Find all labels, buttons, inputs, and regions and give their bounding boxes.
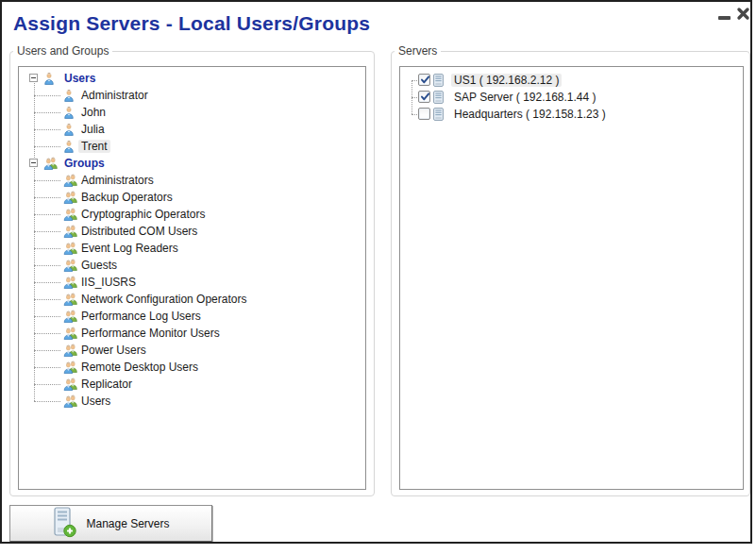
tree-branch-line xyxy=(34,367,60,368)
group-icon xyxy=(62,344,78,357)
users-groups-listbox[interactable]: UsersAdministratorJohnJuliaTrentGroupsAd… xyxy=(18,66,366,490)
tree-branch-line xyxy=(34,299,60,300)
add-server-icon xyxy=(52,507,76,541)
user-icon xyxy=(62,123,78,136)
tree-item-label[interactable]: Backup Operators xyxy=(78,191,176,204)
user-icon xyxy=(42,72,59,85)
server-icon xyxy=(433,74,449,87)
tree-item-performance-log-users[interactable]: Performance Log Users xyxy=(19,308,365,325)
server-item-label[interactable]: US1 ( 192.168.2.12 ) xyxy=(451,74,562,87)
tree-branch-line xyxy=(34,248,60,249)
manage-servers-button[interactable]: Manage Servers xyxy=(9,505,212,543)
tree-item-label[interactable]: Event Log Readers xyxy=(78,242,181,255)
server-icon xyxy=(433,108,449,121)
tree-item-label[interactable]: Power Users xyxy=(78,344,149,357)
tree-branch-line xyxy=(34,112,60,113)
tree-item-label[interactable]: Distributed COM Users xyxy=(78,225,200,238)
servers-listbox[interactable]: US1 ( 192.168.2.12 )SAP Server ( 192.168… xyxy=(399,66,744,490)
server-item-label[interactable]: SAP Server ( 192.168.1.44 ) xyxy=(451,91,599,104)
tree-item-label[interactable]: John xyxy=(78,106,109,119)
tree-branch-line xyxy=(34,231,60,232)
page-title: Assign Servers - Local Users/Groups xyxy=(13,12,370,35)
tree-item-backup-operators[interactable]: Backup Operators xyxy=(19,189,365,206)
tree-item-label[interactable]: Julia xyxy=(78,123,108,136)
server-checkbox[interactable] xyxy=(418,108,430,120)
user-icon xyxy=(62,106,78,119)
users-groups-tree: UsersAdministratorJohnJuliaTrentGroupsAd… xyxy=(19,67,365,489)
tree-item-label[interactable]: Guests xyxy=(78,259,120,272)
group-icon xyxy=(62,293,78,306)
server-item-sap-server[interactable]: SAP Server ( 192.168.1.44 ) xyxy=(400,89,743,106)
tree-item-administrator[interactable]: Administrator xyxy=(19,87,365,104)
tree-branch-line xyxy=(34,146,60,147)
tree-item-label[interactable]: Trent xyxy=(78,140,110,153)
tree-item-label[interactable]: Remote Desktop Users xyxy=(78,361,201,374)
server-item-us1[interactable]: US1 ( 192.168.2.12 ) xyxy=(400,72,743,89)
tree-branch-line xyxy=(34,282,60,283)
group-icon xyxy=(62,242,78,255)
tree-item-john[interactable]: John xyxy=(19,104,365,121)
server-checkbox[interactable] xyxy=(418,74,430,86)
tree-item-label[interactable]: Network Configuration Operators xyxy=(78,293,249,306)
tree-item-label[interactable]: Replicator xyxy=(78,378,135,391)
tree-item-label[interactable]: Administrators xyxy=(78,174,157,187)
tree-root-label[interactable]: Groups xyxy=(61,157,108,170)
group-icon xyxy=(62,395,78,408)
servers-groupbox: Servers US1 ( 192.168.2.12 )SAP Server (… xyxy=(391,51,750,496)
tree-root-label[interactable]: Users xyxy=(61,72,98,85)
tree-item-iis-iusrs[interactable]: IIS_IUSRS xyxy=(19,274,365,291)
group-icon xyxy=(62,310,78,323)
collapse-icon[interactable] xyxy=(29,74,38,82)
tree-item-remote-desktop-users[interactable]: Remote Desktop Users xyxy=(19,359,365,376)
close-icon[interactable] xyxy=(735,6,751,22)
server-icon xyxy=(433,91,449,104)
tree-item-cryptographic-operators[interactable]: Cryptographic Operators xyxy=(19,206,365,223)
tree-item-julia[interactable]: Julia xyxy=(19,121,365,138)
servers-list: US1 ( 192.168.2.12 )SAP Server ( 192.168… xyxy=(400,67,743,489)
tree-item-label[interactable]: Performance Log Users xyxy=(78,310,204,323)
user-icon xyxy=(62,140,78,153)
tree-root-groups[interactable]: Groups xyxy=(19,155,365,172)
tree-item-performance-monitor-users[interactable]: Performance Monitor Users xyxy=(19,325,365,342)
tree-branch-line xyxy=(34,401,60,402)
users-groups-label: Users and Groups xyxy=(13,44,112,58)
tree-item-label[interactable]: IIS_IUSRS xyxy=(78,276,139,289)
group-icon xyxy=(62,191,78,204)
tree-item-administrators[interactable]: Administrators xyxy=(19,172,365,189)
dialog-window: Assign Servers - Local Users/Groups User… xyxy=(0,0,752,544)
tree-item-network-configuration-operators[interactable]: Network Configuration Operators xyxy=(19,291,365,308)
tree-item-label[interactable]: Users xyxy=(78,395,113,408)
tree-item-replicator[interactable]: Replicator xyxy=(19,376,365,393)
tree-branch-line xyxy=(34,129,60,130)
tree-branch-line xyxy=(34,316,60,317)
server-item-headquarters[interactable]: Headquarters ( 192.158.1.23 ) xyxy=(400,106,743,123)
tree-item-label[interactable]: Performance Monitor Users xyxy=(78,327,223,340)
tree-branch-line xyxy=(34,197,60,198)
user-icon xyxy=(62,89,78,102)
servers-label: Servers xyxy=(395,44,441,58)
tree-item-users[interactable]: Users xyxy=(19,393,365,410)
tree-item-distributed-com-users[interactable]: Distributed COM Users xyxy=(19,223,365,240)
group-icon xyxy=(62,327,78,340)
group-icon xyxy=(62,208,78,221)
tree-item-event-log-readers[interactable]: Event Log Readers xyxy=(19,240,365,257)
tree-item-trent[interactable]: Trent xyxy=(19,138,365,155)
minimize-icon[interactable] xyxy=(718,16,731,20)
collapse-icon[interactable] xyxy=(29,159,38,167)
tree-item-label[interactable]: Cryptographic Operators xyxy=(78,208,208,221)
group-icon xyxy=(62,361,78,374)
tree-branch-line xyxy=(34,95,60,96)
server-checkbox[interactable] xyxy=(418,91,430,103)
tree-branch-line xyxy=(34,214,60,215)
tree-root-users[interactable]: Users xyxy=(19,70,365,87)
tree-branch-line xyxy=(34,333,60,334)
tree-branch-line xyxy=(34,350,60,351)
tree-item-guests[interactable]: Guests xyxy=(19,257,365,274)
tree-branch-line xyxy=(34,265,60,266)
tree-item-label[interactable]: Administrator xyxy=(78,89,151,102)
users-groups-groupbox: Users and Groups UsersAdministratorJohnJ… xyxy=(9,51,375,496)
group-icon xyxy=(62,259,78,272)
tree-item-power-users[interactable]: Power Users xyxy=(19,342,365,359)
server-item-label[interactable]: Headquarters ( 192.158.1.23 ) xyxy=(451,108,609,121)
tree-branch-line xyxy=(34,384,60,385)
